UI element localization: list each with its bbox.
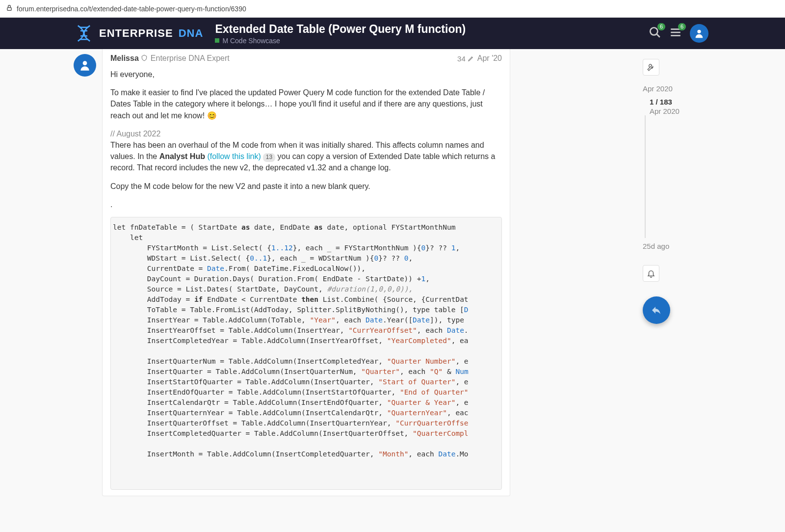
search-badge: 6 xyxy=(657,23,665,30)
category-link[interactable]: M Code Showcase xyxy=(215,37,649,45)
svg-line-6 xyxy=(657,34,660,37)
svg-point-5 xyxy=(650,27,657,35)
notification-button[interactable] xyxy=(643,265,659,282)
logo-text: ENTERPRISE DNA xyxy=(99,27,203,40)
category-name: M Code Showcase xyxy=(222,37,280,45)
code-content: let fnDateTable = ( StartDate as date, E… xyxy=(113,222,496,470)
code-block: let fnDateTable = ( StartDate as date, E… xyxy=(110,217,502,490)
wrench-button[interactable] xyxy=(643,59,659,76)
browser-url-bar[interactable]: forum.enterprisedna.co/t/extended-date-t… xyxy=(0,0,785,18)
timeline-track[interactable] xyxy=(645,115,711,238)
follow-link[interactable]: (follow this link) xyxy=(207,152,261,160)
post-paragraph: // August 2022 There has been an overhau… xyxy=(110,128,502,174)
site-header: ENTERPRISE DNA Extended Date Table (Powe… xyxy=(0,18,785,49)
timeline-position-date: Apr 2020 xyxy=(650,107,711,115)
post-date[interactable]: Apr '20 xyxy=(477,54,502,63)
code-scroll-region[interactable]: let fnDateTable = ( StartDate as date, E… xyxy=(111,217,501,489)
topic-timeline: Apr 2020 1 / 183 Apr 2020 25d ago xyxy=(628,49,716,496)
timeline-end-date[interactable]: 25d ago xyxy=(643,242,711,250)
svg-rect-0 xyxy=(7,7,11,10)
search-icon[interactable]: 6 xyxy=(649,26,661,41)
shield-icon xyxy=(141,54,148,63)
user-avatar[interactable] xyxy=(690,24,708,43)
lock-icon xyxy=(6,4,13,13)
svg-point-10 xyxy=(697,30,701,33)
dna-icon xyxy=(74,23,94,44)
link-click-badge: 13 xyxy=(263,153,275,161)
menu-badge: 6 xyxy=(678,23,686,30)
hamburger-menu-icon[interactable]: 6 xyxy=(669,26,682,41)
post-paragraph: Copy the M code below for the new V2 and… xyxy=(110,181,502,192)
post-paragraph: To make it easier to find I've placed th… xyxy=(110,87,502,121)
post-paragraph: Hi everyone, xyxy=(110,69,502,80)
topic-title[interactable]: Extended Date Table (Power Query M funct… xyxy=(215,23,649,36)
timeline-position[interactable]: 1 / 183 xyxy=(650,98,711,106)
edit-count[interactable]: 34 xyxy=(457,54,474,63)
post-paragraph: . xyxy=(110,199,502,210)
url-text: forum.enterprisedna.co/t/extended-date-t… xyxy=(17,5,246,13)
timeline-start-date[interactable]: Apr 2020 xyxy=(643,84,711,93)
reply-fab[interactable] xyxy=(643,296,670,324)
post-author-avatar[interactable] xyxy=(74,54,96,77)
post-body: Melissa Enterprise DNA Expert 34 Apr '20… xyxy=(102,49,510,496)
post-author[interactable]: Melissa xyxy=(110,54,139,63)
post-author-role: Enterprise DNA Expert xyxy=(151,54,230,63)
category-badge-icon xyxy=(215,38,219,43)
site-logo[interactable]: ENTERPRISE DNA xyxy=(74,23,203,44)
svg-point-11 xyxy=(83,61,87,65)
